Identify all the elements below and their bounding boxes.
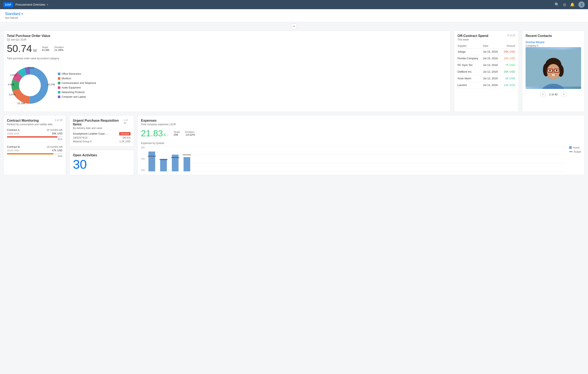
contacts-card: Recent Contacts Donna Moore Company A bbox=[522, 31, 585, 112]
po-value-subtitle: Q1 and Q2 | EUR bbox=[7, 38, 447, 41]
po-value-card: Total Purchase Order Value Q1 and Q2 | E… bbox=[3, 31, 451, 112]
po-chart-section: Total purchase order value by product ca… bbox=[7, 57, 447, 108]
svg-point-6 bbox=[19, 74, 41, 96]
expenses-chart: Expenses by Quarter 30K 25K 20K bbox=[141, 142, 581, 171]
table-row: Anav Ideon Jul 12, 2016 2K USD bbox=[458, 75, 515, 82]
contact-photo bbox=[525, 47, 581, 89]
svg-point-25 bbox=[553, 72, 554, 73]
table-row: Laurent Jul 11, 2016 14K USD bbox=[458, 82, 515, 88]
open-activities-card: Open Activities 30 bbox=[69, 150, 134, 175]
collapse-bar: ▾ bbox=[0, 22, 588, 31]
table-row: PC Gym Tec Jul 13, 2016 7K USD bbox=[458, 62, 515, 68]
expenses-card: Expenses Total company expenses | EUR 21… bbox=[137, 115, 585, 175]
urgent-item-1: Smartphone Leather Case ... Overdue 1000… bbox=[73, 132, 130, 143]
svg-point-26 bbox=[551, 74, 555, 76]
off-contract-card: Off-Contract Spend This week 6 of 10 Sup… bbox=[454, 31, 519, 112]
bar-q3 bbox=[172, 155, 178, 171]
col-date: Date bbox=[483, 44, 501, 48]
nav-left: SAP Procurement Overview ▼ bbox=[3, 2, 48, 7]
svg-point-15 bbox=[547, 64, 560, 79]
contract-item-b: Contract B 19 months left 10005-3958 47K… bbox=[7, 145, 63, 160]
off-contract-header: Off-Contract Spend This week 6 of 10 bbox=[458, 34, 515, 41]
col-supplier: Supplier bbox=[458, 44, 483, 48]
filter-title[interactable]: Standard ▾ bbox=[5, 12, 23, 16]
legend-budget: Budget bbox=[569, 150, 581, 153]
prev-contact-button[interactable]: < bbox=[540, 91, 546, 97]
po-value-number: 50.74 M bbox=[7, 44, 37, 54]
top-nav: SAP Procurement Overview ▼ 🔍 ◎ 🔔 👤 bbox=[0, 0, 588, 9]
contact-company: Company A bbox=[525, 44, 581, 47]
contact-photo-svg bbox=[525, 47, 581, 89]
contact-name[interactable]: Donna Moore bbox=[525, 40, 581, 44]
contact-page-info: 2 of 40 bbox=[549, 93, 557, 96]
urgent-open-stack: Urgent Purchase Requisition Items By del… bbox=[69, 115, 134, 175]
table-row: Florida Company Jul 15, 2016 32K USD bbox=[458, 55, 515, 62]
contract-monitoring-card: Contract Monitoring 3 of 35 Ranked by co… bbox=[3, 115, 66, 175]
next-contact-button[interactable]: > bbox=[561, 91, 567, 97]
svg-point-24 bbox=[556, 70, 558, 71]
user-avatar[interactable]: 👤 bbox=[578, 1, 585, 8]
off-contract-table: Supplier Date Amount Jologa Jul 15, 2016… bbox=[458, 44, 515, 88]
filter-bar: Standard ▾ Not Filtered bbox=[0, 9, 588, 22]
open-activities-number: 30 bbox=[73, 157, 130, 172]
donut-legend: Office Electronics Monitors Communicatio… bbox=[58, 73, 96, 98]
bar-q2 bbox=[160, 159, 167, 171]
legend-actual: Actual bbox=[569, 146, 581, 149]
filter-subtitle: Not Filtered bbox=[5, 17, 23, 20]
contract-item-a: Contract A 22 months left 10005-3345 50K… bbox=[7, 128, 63, 143]
circle-icon[interactable]: ◎ bbox=[563, 2, 566, 7]
bar-q1 bbox=[148, 152, 155, 171]
bell-icon[interactable]: 🔔 bbox=[570, 2, 575, 7]
table-row: DelBont Inc. Jul 12, 2016 20K USD bbox=[458, 68, 515, 75]
collapse-button[interactable]: ▾ bbox=[291, 23, 297, 29]
po-value-target: Target 41.8M Deviation 21.39% bbox=[42, 46, 64, 52]
bar-q4 bbox=[184, 157, 190, 171]
expenses-value: 21.83 K ↑ bbox=[141, 128, 168, 138]
col-amount: Amount bbox=[501, 44, 515, 48]
urgent-purchase-card: Urgent Purchase Requisition Items By del… bbox=[69, 115, 134, 146]
po-value-title: Total Purchase Order Value bbox=[7, 34, 447, 38]
search-icon[interactable]: 🔍 bbox=[555, 2, 559, 7]
table-row: Jologa Jul 15, 2016 59K USD bbox=[458, 48, 515, 55]
nav-right: 🔍 ◎ 🔔 👤 bbox=[555, 1, 585, 8]
bottom-row: Contract Monitoring 3 of 35 Ranked by co… bbox=[0, 115, 588, 178]
sap-logo: SAP bbox=[3, 2, 13, 7]
nav-title: Procurement Overview ▼ bbox=[15, 3, 48, 6]
filter-chevron-icon[interactable]: ▾ bbox=[21, 12, 23, 15]
donut-container: 2.54M 3.55M 4.06M 5.07M 10.15M 25.37M Of… bbox=[7, 62, 447, 108]
svg-point-23 bbox=[549, 70, 551, 71]
nav-chevron-icon[interactable]: ▼ bbox=[46, 4, 48, 6]
main-grid: Total Purchase Order Value Q1 and Q2 | E… bbox=[0, 31, 588, 115]
contact-pagination: < 2 of 40 > bbox=[525, 91, 581, 97]
